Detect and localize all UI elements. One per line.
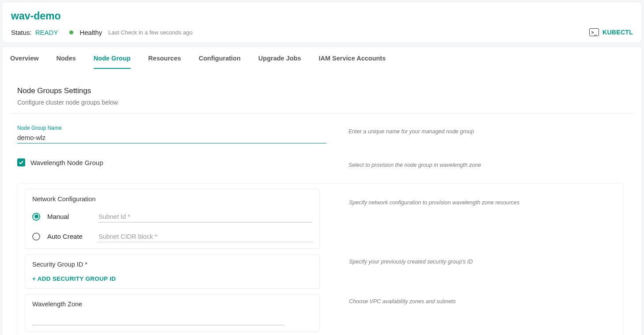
terminal-icon: >_ xyxy=(589,28,599,36)
security-group-help: Specify your previously created security… xyxy=(349,254,623,265)
cluster-title: wav-demo xyxy=(11,10,633,22)
tab-overview[interactable]: Overview xyxy=(10,55,39,68)
tabs-bar: Overview Nodes Node Group Resources Conf… xyxy=(10,47,634,69)
network-config-card: Network Configuration Manual Auto Create xyxy=(25,189,320,249)
main-panel: Overview Nodes Node Group Resources Conf… xyxy=(2,46,642,335)
divider xyxy=(10,113,634,113)
tab-node-group[interactable]: Node Group xyxy=(94,55,131,69)
settings-title: Node Groups Settings xyxy=(10,87,634,95)
node-group-name-help: Enter a unique name for your managed nod… xyxy=(349,125,634,135)
status-label: Status: xyxy=(11,29,32,36)
tab-upgrade-jobs[interactable]: Upgrade Jobs xyxy=(258,55,301,68)
radio-auto-create-label: Auto Create xyxy=(47,233,83,240)
kubectl-label: KUBECTL xyxy=(602,29,633,36)
tab-resources[interactable]: Resources xyxy=(148,55,181,68)
status-row: Status: READY Healthy Last Check in a fe… xyxy=(11,29,193,36)
subnet-cidr-input xyxy=(98,230,312,242)
subnet-id-input[interactable] xyxy=(98,211,312,222)
cluster-header: wav-demo Status: READY Healthy Last Chec… xyxy=(2,2,642,43)
radio-manual-label: Manual xyxy=(47,213,69,220)
wavelength-config-panel: Network Configuration Manual Auto Create xyxy=(17,183,623,335)
check-icon xyxy=(19,160,24,165)
radio-manual[interactable] xyxy=(32,213,40,221)
add-security-group-label: + ADD SECURITY GROUP ID xyxy=(32,275,116,282)
radio-auto-create[interactable] xyxy=(32,233,40,241)
wavelength-help: Select to provision the node group in wa… xyxy=(349,158,634,168)
tab-iam-service-accounts[interactable]: IAM Service Accounts xyxy=(319,55,386,68)
node-group-name-input[interactable] xyxy=(17,132,326,143)
tab-configuration[interactable]: Configuration xyxy=(199,55,241,68)
health-text: Healthy xyxy=(80,29,102,36)
wavelength-checkbox[interactable] xyxy=(17,158,25,166)
status-value: READY xyxy=(35,29,58,36)
node-group-name-label: Node Group Name xyxy=(17,125,326,131)
wavelength-zone-card: Wavelength Zone xyxy=(25,294,320,332)
last-check: Last Check in a few seconds ago xyxy=(108,29,193,36)
wavelength-checkbox-label: Wavelength Node Group xyxy=(30,159,103,166)
wavelength-zone-title: Wavelength Zone xyxy=(32,301,312,308)
network-config-help: Specify network configuration to provisi… xyxy=(349,189,623,206)
security-group-card: Security Group ID * + ADD SECURITY GROUP… xyxy=(25,254,320,289)
add-security-group-button[interactable]: + ADD SECURITY GROUP ID xyxy=(32,275,116,282)
tab-nodes[interactable]: Nodes xyxy=(57,55,76,68)
wavelength-zone-help: Choose VPC availability zones and subnet… xyxy=(349,294,623,305)
security-group-title: Security Group ID * xyxy=(32,261,312,268)
health-dot-icon xyxy=(69,30,73,34)
settings-subtitle: Configure cluster node groups below xyxy=(10,99,634,106)
network-config-title: Network Configuration xyxy=(32,196,312,203)
wavelength-zone-input[interactable] xyxy=(32,317,284,325)
kubectl-button[interactable]: >_ KUBECTL xyxy=(589,28,633,36)
